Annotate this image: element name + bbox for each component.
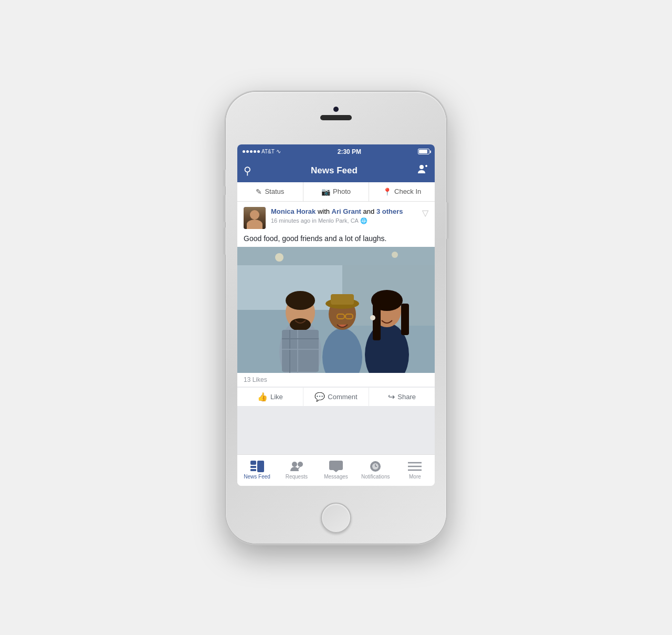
post-image[interactable] (237, 247, 435, 373)
mute-button[interactable] (224, 170, 226, 186)
likes-count: 13 Likes (237, 373, 435, 387)
battery-icon (418, 149, 429, 154)
post-meta: Monica Horak with Ari Grant and 3 others… (271, 207, 428, 224)
power-button[interactable] (446, 202, 448, 239)
svg-point-30 (370, 315, 375, 320)
volume-up-button[interactable] (224, 195, 226, 222)
phone-device: AT&T ∿ 2:30 PM ⚲ News Feed (226, 92, 446, 544)
svg-rect-33 (250, 469, 256, 471)
nav-title: News Feed (311, 165, 358, 176)
post-names: Monica Horak with Ari Grant and 3 others (271, 207, 428, 216)
post-action-row: ✎ Status 📷 Photo 📍 Check In (237, 182, 435, 202)
location-icon: 📍 (383, 188, 392, 196)
globe-icon: 🌐 (360, 217, 368, 224)
signal-strength (243, 150, 260, 153)
svg-rect-32 (250, 466, 256, 468)
status-label: Status (265, 188, 284, 195)
camera-lens (333, 107, 339, 112)
volume-down-button[interactable] (224, 227, 226, 255)
home-button[interactable] (321, 503, 351, 533)
messages-icon (329, 461, 343, 472)
post-actions: 👍 Like 💬 Comment ↪ Share (237, 387, 435, 406)
avatar-image (244, 207, 266, 229)
signal-dot-1 (243, 150, 245, 153)
status-icon: ✎ (256, 188, 262, 196)
comment-button[interactable]: 💬 Comment (303, 388, 370, 406)
tab-messages[interactable]: Messages (316, 455, 355, 486)
svg-rect-13 (282, 330, 319, 372)
svg-rect-34 (257, 461, 264, 472)
svg-rect-21 (331, 294, 354, 305)
tab-requests-label: Requests (286, 474, 308, 480)
tab-bar: News Feed Requests Messages (237, 454, 435, 486)
thumbs-up-icon: 👍 (257, 392, 268, 402)
post-text: Good food, good friends and a lot of lau… (237, 232, 435, 247)
svg-point-35 (292, 462, 297, 467)
signal-dot-3 (250, 150, 253, 153)
post-author[interactable]: Monica Horak (271, 207, 316, 215)
more-icon (408, 461, 422, 472)
svg-marker-38 (333, 470, 339, 472)
phone-screen: AT&T ∿ 2:30 PM ⚲ News Feed (237, 144, 435, 486)
nav-bar: ⚲ News Feed (237, 159, 435, 182)
svg-point-8 (392, 252, 398, 258)
checkin-label: Check In (394, 188, 421, 195)
svg-rect-37 (329, 461, 343, 470)
requests-icon (290, 461, 303, 472)
status-button[interactable]: ✎ Status (237, 182, 303, 201)
share-icon: ↪ (388, 392, 395, 402)
share-button[interactable]: ↪ Share (369, 388, 435, 406)
svg-point-12 (290, 318, 311, 331)
svg-rect-6 (237, 247, 435, 265)
news-feed-icon (250, 461, 264, 472)
svg-point-11 (286, 291, 315, 310)
signal-dot-4 (254, 150, 256, 153)
svg-point-0 (419, 165, 424, 169)
tab-news-feed-label: News Feed (244, 474, 270, 480)
speaker-grille (320, 115, 352, 120)
tab-news-feed[interactable]: News Feed (237, 455, 277, 486)
tab-more-label: More (409, 474, 421, 480)
battery-fill (419, 150, 427, 153)
comment-icon: 💬 (314, 392, 325, 402)
avatar[interactable] (244, 207, 266, 229)
search-icon[interactable]: ⚲ (244, 164, 251, 177)
tab-notifications-label: Notifications (361, 474, 390, 480)
photo-button[interactable]: 📷 Photo (303, 182, 370, 201)
svg-point-36 (298, 462, 303, 467)
signal-dot-5 (257, 150, 260, 153)
status-right (418, 149, 429, 154)
post-timestamp: 16 minutes ago in Menlo Park, CA (271, 217, 359, 224)
post-header: Monica Horak with Ari Grant and 3 others… (237, 202, 435, 232)
bookmark-icon[interactable]: ▽ (422, 208, 428, 218)
like-button[interactable]: 👍 Like (237, 388, 303, 406)
notifications-icon (369, 461, 382, 472)
status-left: AT&T ∿ (243, 148, 281, 155)
post-others[interactable]: 3 others (376, 207, 403, 215)
tab-messages-label: Messages (324, 474, 348, 480)
svg-rect-29 (401, 304, 409, 335)
tab-requests[interactable]: Requests (277, 455, 316, 486)
photo-label: Photo (333, 188, 351, 195)
camera-icon: 📷 (321, 188, 330, 196)
post-time-location: 16 minutes ago in Menlo Park, CA 🌐 (271, 217, 428, 224)
comment-label: Comment (328, 393, 357, 401)
post-card: Monica Horak with Ari Grant and 3 others… (237, 202, 435, 406)
post-and-text: and (363, 207, 376, 215)
share-label: Share (397, 393, 416, 401)
friend-request-icon[interactable] (417, 163, 428, 178)
svg-rect-31 (250, 461, 256, 465)
post-tagged[interactable]: Ari Grant (332, 207, 361, 215)
tab-notifications[interactable]: Notifications (356, 455, 395, 486)
signal-dot-2 (246, 150, 249, 153)
tab-more[interactable]: More (395, 455, 435, 486)
post-with-text: with (318, 207, 332, 215)
status-time: 2:30 PM (338, 148, 361, 155)
svg-point-7 (275, 253, 284, 262)
wifi-icon: ∿ (276, 148, 281, 155)
checkin-button[interactable]: 📍 Check In (369, 182, 435, 201)
status-bar: AT&T ∿ 2:30 PM (237, 144, 435, 159)
like-label: Like (270, 393, 283, 401)
carrier-name: AT&T (261, 149, 275, 154)
svg-rect-28 (373, 304, 381, 340)
